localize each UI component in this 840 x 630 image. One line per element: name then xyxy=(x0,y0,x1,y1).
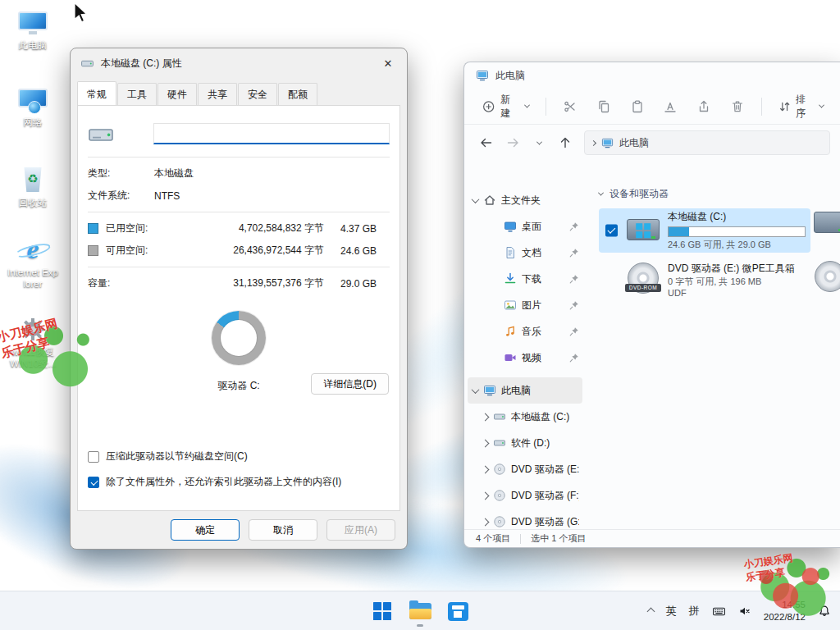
ok-button[interactable]: 确定 xyxy=(171,519,240,541)
tab-hardware[interactable]: 硬件 xyxy=(158,83,197,107)
sidebar-item-music[interactable]: 音乐 xyxy=(468,318,582,345)
copy-icon xyxy=(597,100,610,113)
document-icon xyxy=(504,246,517,259)
close-button[interactable]: ✕ xyxy=(369,48,407,78)
sidebar-item-downloads[interactable]: 下载 xyxy=(468,266,582,292)
bell-icon xyxy=(818,605,831,618)
paste-button[interactable] xyxy=(622,94,652,120)
gear-icon xyxy=(7,313,59,345)
chevron-down-icon xyxy=(524,103,530,108)
free-space-size: 24.6 GB xyxy=(324,245,377,257)
desktop-icon xyxy=(504,220,517,233)
start-button[interactable] xyxy=(366,595,399,628)
tray-time: 14:55 xyxy=(764,599,806,611)
desktop-icon-label: 此电脑 xyxy=(7,40,59,52)
sidebar-item-label: 本地磁盘 (C:) xyxy=(511,410,579,424)
breadcrumb[interactable]: 此电脑 xyxy=(584,130,830,155)
music-note-icon xyxy=(504,325,517,338)
index-checkbox[interactable] xyxy=(88,477,99,488)
disc-icon xyxy=(493,489,506,502)
chevron-down-icon xyxy=(472,386,480,394)
up-button[interactable] xyxy=(553,130,578,155)
tray-ime-indicator[interactable]: 拼 xyxy=(683,595,705,628)
explorer-titlebar[interactable]: 此电脑 xyxy=(464,62,840,89)
folder-icon xyxy=(409,603,431,619)
drive-usage-bar-fill xyxy=(669,227,689,236)
volume-label-input[interactable] xyxy=(153,123,390,144)
cancel-button[interactable]: 取消 xyxy=(249,519,317,541)
desktop-icon-this-pc[interactable]: 此电脑 xyxy=(7,7,59,52)
keyboard-icon xyxy=(712,605,726,619)
tab-quota[interactable]: 配额 xyxy=(278,83,317,107)
tray-language-indicator[interactable]: 英 xyxy=(660,595,682,628)
tray-expand-button[interactable] xyxy=(642,595,660,628)
sidebar-item-dvd-e[interactable]: DVD 驱动器 (E:) xyxy=(468,456,582,482)
arrow-up-icon xyxy=(559,136,572,149)
delete-button[interactable] xyxy=(723,94,753,120)
details-button[interactable]: 详细信息(D) xyxy=(311,373,389,395)
volume-button[interactable] xyxy=(733,595,757,628)
drive-free-space: 0 字节 可用, 共 196 MB xyxy=(668,276,806,288)
internet-explorer-icon: e xyxy=(7,234,59,265)
taskbar: 英 拼 14:55 2022/8/12 xyxy=(0,591,840,630)
dialog-titlebar[interactable]: 本地磁盘 (C:) 属性 ✕ xyxy=(71,48,407,78)
desktop-icon-internet-explorer[interactable]: e Internet Explorer xyxy=(7,234,59,290)
new-button[interactable]: 新建 xyxy=(474,94,537,120)
chevron-down-icon xyxy=(472,195,480,203)
sidebar-item-desktop[interactable]: 桌面 xyxy=(468,213,582,240)
capacity-size: 29.0 GB xyxy=(324,278,377,290)
chevron-down-icon xyxy=(598,189,604,195)
tab-sharing[interactable]: 共享 xyxy=(198,83,237,107)
compress-checkbox[interactable] xyxy=(88,451,99,463)
sidebar-item-home[interactable]: 主文件夹 xyxy=(468,187,582,213)
sidebar-item-pictures[interactable]: 图片 xyxy=(468,292,582,318)
tab-general[interactable]: 常规 xyxy=(77,81,116,105)
forward-button[interactable] xyxy=(500,130,525,155)
desktop-icon-win11-restore[interactable]: win11恢复 WIN10经... xyxy=(7,313,59,370)
breadcrumb-segment[interactable]: 此电脑 xyxy=(619,136,649,150)
tray-date: 2022/8/12 xyxy=(764,611,806,623)
drive-icon xyxy=(88,123,116,144)
taskbar-explorer-button[interactable] xyxy=(404,595,436,628)
checkbox-checked-icon[interactable] xyxy=(605,225,618,237)
rename-button[interactable] xyxy=(655,94,686,120)
file-list-pane: 设备和驱动器 本地磁盘 (C:) 24.6 GB 可用, 共 29.0 GB xyxy=(586,161,840,529)
sidebar-item-documents[interactable]: 文档 xyxy=(468,240,582,266)
sidebar-item-dvd-g[interactable]: DVD 驱动器 (G:) xyxy=(468,509,582,529)
sidebar-item-software-d[interactable]: 软件 (D:) xyxy=(468,430,582,456)
touch-keyboard-button[interactable] xyxy=(706,595,732,628)
chevron-down-icon xyxy=(819,103,824,108)
mouse-cursor xyxy=(72,2,89,27)
recycle-bin-icon: ♻ xyxy=(7,164,59,195)
sidebar-item-local-disk-c[interactable]: 本地磁盘 (C:) xyxy=(468,404,582,430)
tab-security[interactable]: 安全 xyxy=(238,83,277,107)
sort-icon xyxy=(778,100,791,113)
notification-center-button[interactable] xyxy=(812,595,837,628)
clock[interactable]: 14:55 2022/8/12 xyxy=(758,599,811,623)
sidebar-item-this-pc[interactable]: 此电脑 xyxy=(468,377,582,404)
apply-button[interactable]: 应用(A) xyxy=(326,519,395,541)
desktop-icon-network[interactable]: 网络 xyxy=(7,84,59,129)
sidebar-item-dvd-f[interactable]: DVD 驱动器 (F:) xyxy=(468,482,582,509)
copy-button[interactable] xyxy=(588,94,619,120)
capacity-bytes: 31,139,557,376 字节 xyxy=(154,276,324,290)
used-space-bytes: 4,702,584,832 字节 xyxy=(154,221,324,235)
paste-icon xyxy=(631,100,644,113)
drive-tile-dvd-e[interactable]: DVD-ROM DVD 驱动器 (E:) 微PE工具箱 0 字节 可用, 共 1… xyxy=(599,258,810,302)
cut-button[interactable] xyxy=(555,94,585,120)
sidebar-item-videos[interactable]: 视频 xyxy=(468,345,582,371)
drive-tile-partial[interactable] xyxy=(812,261,840,295)
home-icon xyxy=(483,194,496,207)
drive-tile-local-disk-c[interactable]: 本地磁盘 (C:) 24.6 GB 可用, 共 29.0 GB xyxy=(599,208,810,253)
general-tab-page: 类型: 本地磁盘 文件系统: NTFS 已用空间: 4,702,584,832 … xyxy=(77,105,400,511)
tab-tools[interactable]: 工具 xyxy=(117,83,157,107)
taskbar-store-button[interactable] xyxy=(441,595,474,628)
recent-locations-button[interactable] xyxy=(527,130,551,155)
group-header-devices-and-drives[interactable]: 设备和驱动器 xyxy=(599,184,840,203)
back-button[interactable] xyxy=(474,130,499,155)
desktop-icon-recycle-bin[interactable]: ♻ 回收站 xyxy=(7,164,59,209)
sort-button[interactable]: 排序 xyxy=(772,94,830,120)
drive-icon xyxy=(493,410,506,423)
drive-tile-partial[interactable] xyxy=(812,208,840,238)
share-button[interactable] xyxy=(689,94,719,120)
